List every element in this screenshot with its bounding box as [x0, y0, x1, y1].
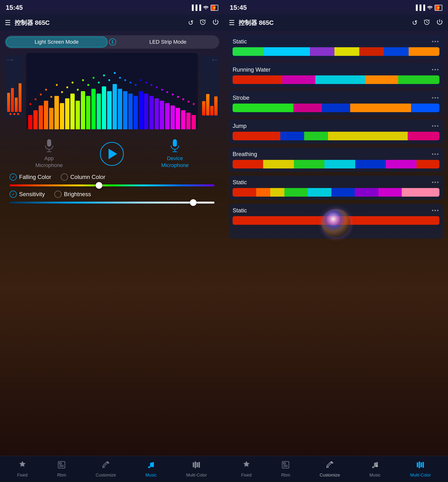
nav-customize[interactable]: Customize [96, 460, 116, 478]
viz-bar-group [134, 55, 138, 129]
viz-bar-group [54, 55, 59, 129]
column-color-option[interactable]: Column Color [61, 173, 105, 181]
visualizer-area: ····› ‹··· [5, 53, 219, 134]
svg-line-12 [104, 467, 105, 468]
falling-color-option[interactable]: ✓ Falling Color [9, 173, 51, 181]
sensitivity-slider-track[interactable] [9, 202, 215, 203]
viz-bar-group [39, 55, 43, 129]
nav-rbm-label: Rbm [57, 473, 66, 478]
dots-menu[interactable]: ••• [432, 123, 440, 129]
tab-light-screen[interactable]: Light Screen Mode [6, 37, 108, 48]
color-mode-item[interactable]: Running Water••• [229, 63, 443, 87]
controls-area: AppMicrophone DeviceMicrophone [0, 139, 224, 208]
nav-multicolor-label-right: Multi-Color [410, 473, 431, 478]
color-bar [232, 160, 440, 169]
alarm-icon-right[interactable] [423, 18, 430, 27]
viz-dot [161, 89, 163, 91]
dots-menu[interactable]: ••• [432, 95, 440, 101]
nav-rbm[interactable]: Rbm [57, 460, 66, 478]
side-preview-right[interactable]: ‹··· [200, 55, 219, 117]
nav-music[interactable]: Music [145, 460, 157, 478]
multicolor-icon [192, 460, 201, 471]
color-segment [378, 188, 402, 197]
mode-tabs: Light Screen Mode 1 LED Strip Mode [5, 35, 219, 49]
viz-bar-group [107, 55, 112, 129]
svg-point-26 [372, 466, 374, 468]
viz-bar [33, 110, 38, 129]
time-right: 15:45 [230, 4, 247, 11]
device-microphone[interactable]: DeviceMicrophone [161, 139, 189, 169]
siri-ball [322, 209, 351, 238]
color-mode-item[interactable]: Strobe••• [229, 91, 443, 115]
side-preview-left[interactable]: ····› [5, 55, 24, 117]
color-mode-item[interactable]: Static••• [229, 35, 443, 59]
reset-icon[interactable]: ↺ [188, 19, 193, 27]
color-slider-thumb[interactable] [96, 182, 102, 189]
viz-dot [45, 89, 47, 91]
viz-bar-group [149, 55, 154, 129]
svg-point-13 [148, 466, 150, 468]
header-icons-left: ↺ [188, 18, 219, 27]
color-segment [310, 47, 335, 56]
color-segment [322, 104, 350, 112]
viz-bar [76, 101, 80, 129]
color-segment [386, 160, 416, 169]
sensitivity-option[interactable]: ✓ Sensitivity [9, 191, 45, 198]
brightness-option[interactable]: Brightness [54, 191, 91, 198]
color-segment [304, 132, 328, 140]
viz-bar-group [176, 55, 180, 129]
alarm-icon[interactable] [199, 18, 206, 27]
color-mode-item[interactable]: Static••• [229, 204, 443, 239]
menu-icon-left[interactable]: ☰ [5, 19, 11, 27]
play-button[interactable] [100, 142, 124, 166]
reset-icon-right[interactable]: ↺ [412, 19, 417, 27]
color-mode-item[interactable]: Breathing••• [229, 147, 443, 172]
battery-icon: ⚡ [211, 5, 218, 11]
viz-dot [82, 79, 84, 81]
dots-menu[interactable]: ••• [432, 151, 440, 157]
color-bar [232, 47, 440, 56]
nav-customize-right[interactable]: Customize [320, 460, 340, 478]
color-segment [355, 160, 386, 169]
dots-menu[interactable]: ••• [432, 179, 440, 185]
color-segment [384, 47, 409, 56]
nav-multicolor[interactable]: Multi-Color [186, 460, 207, 478]
tab-led-strip[interactable]: LED Strip Mode [118, 37, 218, 47]
viz-bar [65, 98, 69, 129]
dots-menu[interactable]: ••• [432, 67, 440, 73]
sensitivity-slider-thumb[interactable] [190, 199, 197, 206]
color-mode-item[interactable]: Jump••• [229, 119, 443, 144]
viz-bar [134, 96, 138, 129]
svg-point-27 [376, 465, 378, 467]
dots-menu[interactable]: ••• [432, 38, 440, 45]
viz-dot [182, 98, 184, 100]
color-slider-track[interactable] [9, 185, 215, 186]
viz-bar-group [33, 55, 38, 129]
color-mode-item[interactable]: Static••• [229, 176, 443, 200]
power-icon-right[interactable] [436, 18, 443, 27]
color-segment [263, 47, 310, 56]
nav-fixed-right[interactable]: Fixed [241, 460, 252, 478]
viz-bar-group [91, 55, 96, 129]
color-mode-name: Static [232, 179, 247, 186]
power-icon[interactable] [212, 18, 219, 27]
nav-rbm-right[interactable]: Rbm [281, 460, 290, 478]
dots-menu[interactable]: ••• [432, 207, 440, 214]
nav-multicolor-right[interactable]: Multi-Color [410, 460, 431, 478]
column-color-label: Column Color [70, 174, 105, 180]
color-mode-name: Running Water [232, 66, 271, 73]
viz-bar [181, 110, 185, 129]
viz-bar [54, 96, 59, 129]
viz-bar [192, 115, 196, 129]
svg-rect-16 [195, 461, 196, 468]
nav-fixed[interactable]: Fixed [17, 460, 28, 478]
side-nav-right: ‹··· [212, 57, 217, 62]
viz-dot [187, 101, 189, 103]
color-segment [232, 75, 282, 84]
status-bar-right: 15:45 ▐▐▐ ⚡ [224, 0, 448, 14]
nav-music-right[interactable]: Music [369, 460, 381, 478]
color-bar [232, 75, 440, 84]
svg-rect-30 [421, 462, 422, 467]
app-microphone[interactable]: AppMicrophone [35, 139, 63, 169]
menu-icon-right[interactable]: ☰ [229, 19, 235, 27]
